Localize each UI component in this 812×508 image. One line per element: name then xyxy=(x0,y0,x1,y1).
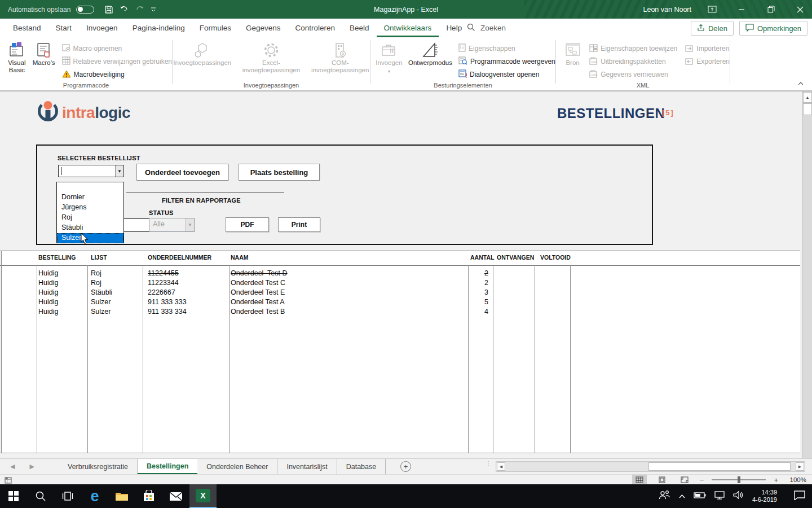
scroll-left-button[interactable]: ◀ xyxy=(497,462,505,471)
sheet-nav-right-icon[interactable]: ▶ xyxy=(29,463,34,470)
mail-icon[interactable] xyxy=(162,484,189,508)
tab-bestand[interactable]: Bestand xyxy=(6,19,48,37)
sheet-tab-inventarislijst[interactable]: Inventarislijst xyxy=(277,459,337,474)
expansion-packs-icon: <o> xyxy=(589,57,598,67)
excel-taskbar-icon[interactable]: X xyxy=(189,484,217,508)
customize-quick-access-icon[interactable] xyxy=(151,6,156,13)
combobox-dropdown-arrow[interactable]: ▼ xyxy=(115,165,123,177)
table-row[interactable]: Huidig Sulzer 911 333 333 Onderdeel Test… xyxy=(0,297,800,307)
table-row[interactable]: Huidig Sulzer 911 333 334 Onderdeel Test… xyxy=(0,307,800,317)
search-box[interactable]: Zoeken xyxy=(467,19,506,37)
zoom-level[interactable]: 100% xyxy=(786,476,806,483)
status-value: Alle xyxy=(149,218,165,228)
vertical-scrollbar-thumb[interactable] xyxy=(803,103,812,115)
new-sheet-button[interactable]: + xyxy=(400,461,411,472)
battery-icon[interactable] xyxy=(694,491,706,501)
zoom-slider-thumb[interactable] xyxy=(738,476,740,483)
collapse-ribbon-icon[interactable] xyxy=(797,78,804,88)
edge-browser-icon[interactable]: e xyxy=(81,484,108,508)
bestellijst-combobox[interactable]: ▼ xyxy=(58,165,124,177)
zoom-in-button[interactable]: + xyxy=(774,476,778,484)
scroll-right-button[interactable]: ▶ xyxy=(796,462,804,471)
status-label: STATUS xyxy=(149,209,174,216)
start-button[interactable] xyxy=(0,484,27,508)
list-item-dornier[interactable]: Dornier xyxy=(57,192,123,203)
volume-icon[interactable] xyxy=(733,491,744,502)
sheet-tab-verbruiksregistratie[interactable]: Verbruiksregistratie xyxy=(59,459,138,474)
list-item-roj[interactable]: Roj xyxy=(57,213,123,223)
macrobeveiliging-button[interactable]: Macrobeveiliging xyxy=(62,69,172,80)
list-item-empty[interactable] xyxy=(57,182,123,192)
sheet-tab-bestellingen[interactable]: Bestellingen xyxy=(138,459,197,474)
visual-basic-button[interactable]: Visual Basic xyxy=(3,39,30,74)
list-item-sulzer-selected[interactable]: Sulzer xyxy=(57,233,123,243)
text-caret xyxy=(61,167,61,175)
tab-help[interactable]: Help xyxy=(439,19,469,37)
sheet-tab-database[interactable]: Database xyxy=(337,459,386,474)
sheet-nav-left-icon[interactable]: ◀ xyxy=(10,463,15,470)
record-macro-icon xyxy=(62,43,70,54)
tab-start[interactable]: Start xyxy=(48,19,80,37)
table-row[interactable]: Huidig Roj 11223344 Onderdeel Test C 2 xyxy=(0,278,800,288)
restore-button[interactable] xyxy=(762,0,779,19)
tab-pagina-indeling[interactable]: Pagina-indeling xyxy=(125,19,192,37)
taskbar-search-icon[interactable] xyxy=(27,484,54,508)
share-icon xyxy=(697,24,705,33)
col-header-aantal: AANTAL xyxy=(470,254,494,261)
macros-button[interactable]: Macro's xyxy=(30,39,58,67)
eigenschappen-button: Eigenschappen xyxy=(458,43,555,54)
list-item-staubli[interactable]: Stäubli xyxy=(57,223,123,233)
zoom-slider[interactable] xyxy=(712,479,766,480)
taskbar-clock[interactable]: 14:39 4-6-2019 xyxy=(752,489,777,503)
plaats-bestelling-button[interactable]: Plaats bestelling xyxy=(239,164,320,181)
file-explorer-icon[interactable] xyxy=(108,484,135,508)
ribbon-display-options-icon[interactable] xyxy=(704,0,721,19)
page-break-view-icon[interactable] xyxy=(677,475,692,485)
relatieve-verwijzingen-button: Relatieve verwijzingen gebruiken xyxy=(62,56,172,67)
tray-expand-chevron-icon[interactable] xyxy=(678,491,686,501)
scroll-up-button[interactable]: ▲ xyxy=(803,92,812,103)
onderdeel-toevoegen-button[interactable]: Onderdeel toevoegen xyxy=(136,164,228,181)
zoom-out-button[interactable]: − xyxy=(700,476,704,484)
tab-ontwikkelaars[interactable]: Ontwikkelaars xyxy=(377,19,439,37)
undo-icon[interactable] xyxy=(119,5,129,14)
save-icon[interactable] xyxy=(104,5,113,14)
group-label-besturingselementen: Besturingselementen xyxy=(370,82,555,89)
list-item-jurgens[interactable]: Jürgens xyxy=(57,203,123,213)
vertical-scrollbar[interactable]: ▲ xyxy=(802,91,812,459)
com-invoegtoepassingen-button: COM-invoegtoepassingen xyxy=(311,39,370,74)
scrollbar-resize-dots[interactable]: ⋮ xyxy=(486,462,491,465)
minimize-button[interactable] xyxy=(733,0,750,19)
dropdown-arrow-icon: ▾ xyxy=(388,68,390,75)
tab-controleren[interactable]: Controleren xyxy=(288,19,343,37)
horizontal-scrollbar[interactable]: ◀ ▶ xyxy=(496,461,805,472)
dialoogvenster-openen-button[interactable]: Dialoogvenster openen xyxy=(458,69,555,80)
table-row[interactable]: Huidig Roj 11224455 Onderdeel Test D 2 xyxy=(0,269,800,278)
people-tray-icon[interactable] xyxy=(658,490,670,502)
tab-gegevens[interactable]: Gegevens xyxy=(239,19,288,37)
table-row[interactable]: Huidig Stäubli 2226667 Onderdeel Test E … xyxy=(0,288,800,297)
tab-formules[interactable]: Formules xyxy=(192,19,239,37)
tab-invoegen[interactable]: Invoegen xyxy=(79,19,125,37)
normal-view-icon[interactable] xyxy=(632,475,647,485)
page-layout-view-icon[interactable] xyxy=(655,475,669,485)
programmacode-weergeven-button[interactable]: Programmacode weergeven xyxy=(458,56,555,67)
share-button[interactable]: Delen xyxy=(691,21,734,36)
ontwerpmodus-button[interactable]: Ontwerpmodus xyxy=(405,39,455,67)
ribbon: Visual Basic Macro's Macro opnemen xyxy=(0,37,812,91)
print-button[interactable]: Print xyxy=(278,217,320,232)
exporteren-button: Exporteren xyxy=(685,56,730,67)
sheet-tab-onderdelen-beheer[interactable]: Onderdelen Beheer xyxy=(197,459,277,474)
uitbreidingspakketten-button: <o> Uitbreidingspakketten xyxy=(589,56,677,67)
pdf-button[interactable]: PDF xyxy=(226,217,269,232)
tab-beeld[interactable]: Beeld xyxy=(342,19,377,37)
task-view-icon[interactable] xyxy=(54,484,81,508)
user-name[interactable]: Leon van Noort xyxy=(643,6,691,14)
action-center-icon[interactable] xyxy=(794,491,805,502)
microsoft-store-icon[interactable] xyxy=(135,484,162,508)
close-button[interactable] xyxy=(792,0,809,19)
comments-button[interactable]: Opmerkingen xyxy=(739,21,807,36)
horizontal-scrollbar-thumb[interactable] xyxy=(648,462,791,471)
network-icon[interactable] xyxy=(714,491,725,502)
autosave-toggle[interactable] xyxy=(76,6,94,14)
